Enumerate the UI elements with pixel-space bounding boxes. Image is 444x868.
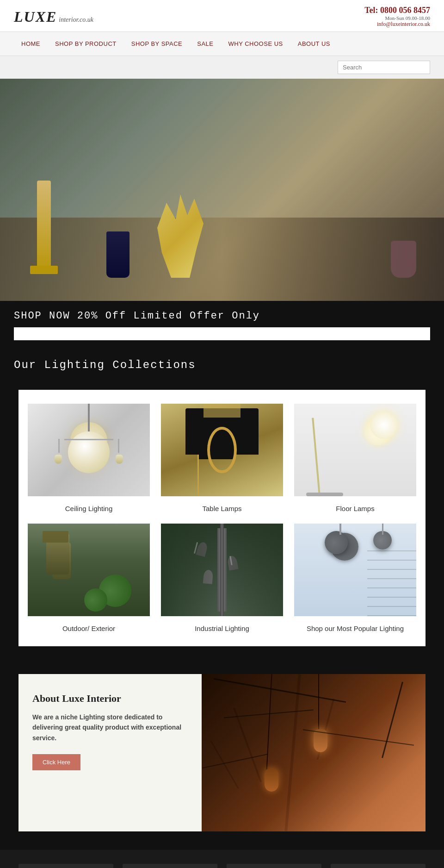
promo-bar [14,327,430,340]
about-card: About Luxe Interior We are a niche Light… [18,674,426,831]
nav-item-shop-product[interactable]: SHOP BY PRODUCT [48,32,124,56]
nav-item-why-choose[interactable]: WHY CHOOSE US [221,32,290,56]
footer-col-2 [123,864,217,868]
search-input[interactable] [338,61,430,74]
lighting-grid-section: Ceiling Lighting Table Lamps F [0,381,444,665]
lighting-grid-card: Ceiling Lighting Table Lamps F [18,390,426,646]
promo-section: SHOP NOW 20% Off Limited Offer Only [0,301,444,350]
promo-text: SHOP NOW 20% Off Limited Offer Only [14,310,430,322]
lighting-item-outdoor[interactable]: Outdoor/ Exterior [28,524,150,632]
nav-item-about[interactable]: ABOUT US [290,32,338,56]
floor-lamps-label: Floor Lamps [336,505,374,512]
contact-info: Tel: 0800 056 8457 Mon-Sun 09.00-18.00 i… [364,6,430,28]
lighting-item-floor[interactable]: Floor Lamps [294,404,416,512]
lighting-item-table[interactable]: Table Lamps [161,404,283,512]
logo-domain: interior.co.uk [59,16,93,24]
floor-lamp-image [294,404,416,496]
phone-number[interactable]: Tel: 0800 056 8457 [364,6,430,15]
click-here-button[interactable]: Click Here [32,754,80,770]
table-lamp-image [161,404,283,496]
about-text-panel: About Luxe Interior We are a niche Light… [18,674,202,831]
footer-grid [18,864,426,868]
collections-title-area: Our Lighting Collections [0,350,444,381]
logo-luxe: LUXE [14,8,57,25]
search-bar-container [0,56,444,79]
hero-banner [0,79,444,301]
industrial-lighting-image [161,524,283,616]
about-image-panel [202,674,426,831]
nav-item-shop-space[interactable]: SHOP BY SPACE [124,32,190,56]
ceiling-lighting-image [28,404,150,496]
logo[interactable]: LUXE interior.co.uk [14,8,93,25]
footer-preview [0,850,444,868]
popular-lighting-image [294,524,416,616]
email-address[interactable]: info@luxeinterior.co.uk [364,21,430,28]
footer-col-3 [227,864,321,868]
business-hours: Mon-Sun 09.00-18.00 [364,15,430,21]
main-nav: HOME SHOP BY PRODUCT SHOP BY SPACE SALE … [0,31,444,79]
footer-col-4 [331,864,426,868]
lighting-item-popular[interactable]: Shop our Most Popular Lighting [294,524,416,632]
lighting-grid: Ceiling Lighting Table Lamps F [28,404,416,632]
hero-decor [0,79,444,301]
footer-col-1 [18,864,113,868]
table-lamps-label: Table Lamps [202,505,241,512]
lighting-item-ceiling[interactable]: Ceiling Lighting [28,404,150,512]
industrial-lighting-label: Industrial Lighting [195,624,249,632]
about-title: About Luxe Interior [32,693,188,705]
nav-item-sale[interactable]: SALE [190,32,221,56]
collections-title: Our Lighting Collections [14,359,430,371]
about-description: We are a niche Lighting store dedicated … [32,712,188,743]
site-header: LUXE interior.co.uk Tel: 0800 056 8457 M… [0,0,444,31]
outdoor-lighting-image [28,524,150,616]
popular-lighting-label: Shop our Most Popular Lighting [307,624,404,632]
ceiling-lighting-label: Ceiling Lighting [65,505,113,512]
outdoor-lighting-label: Outdoor/ Exterior [62,624,115,632]
about-section: About Luxe Interior We are a niche Light… [0,665,444,850]
nav-item-home[interactable]: HOME [14,32,48,56]
lighting-item-industrial[interactable]: Industrial Lighting [161,524,283,632]
